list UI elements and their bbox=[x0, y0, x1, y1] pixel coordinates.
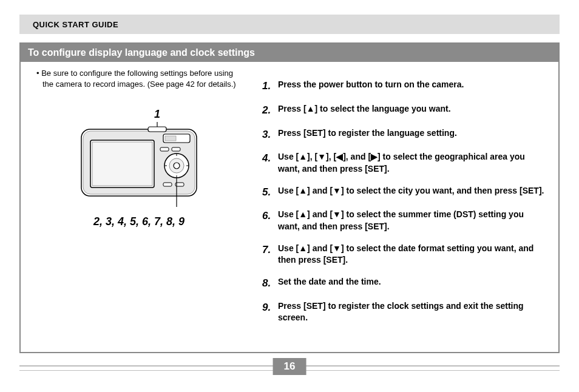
step-item: 1 Press the power button to turn on the … bbox=[262, 79, 547, 93]
footer-divider: 16 bbox=[19, 362, 560, 381]
svg-rect-3 bbox=[148, 127, 166, 132]
step-number: 2 bbox=[262, 103, 278, 118]
content-row: Be sure to configure the following setti… bbox=[21, 62, 558, 352]
svg-rect-16 bbox=[172, 147, 180, 151]
step-item: 9 Press [SET] to register the clock sett… bbox=[262, 300, 547, 324]
step-number: 1 bbox=[262, 79, 278, 93]
step-text: Use [▲] and [▼] to select the summer tim… bbox=[278, 209, 547, 232]
step-item: 7 Use [▲] and [▼] to select the date for… bbox=[262, 243, 547, 266]
step-text: Press the power button to turn on the ca… bbox=[278, 79, 547, 93]
step-text: Use [▲], [▼], [◀], and [▶] to select the… bbox=[278, 151, 547, 175]
step-number: 6 bbox=[262, 209, 278, 232]
step-text: Press [SET] to register the language set… bbox=[278, 127, 547, 142]
step-item: 2 Press [▲] to select the language you w… bbox=[262, 103, 547, 118]
svg-rect-5 bbox=[92, 142, 152, 186]
step-number: 7 bbox=[262, 243, 278, 266]
page-footer: 16 bbox=[19, 362, 560, 381]
section-title: To configure display language and clock … bbox=[21, 44, 558, 62]
step-text: Use [▲] and [▼] to select the city you w… bbox=[278, 185, 547, 200]
right-column: 1 Press the power button to turn on the … bbox=[256, 68, 547, 334]
camera-figure: 1 bbox=[34, 108, 244, 228]
page-number: 16 bbox=[273, 358, 306, 375]
page-header-title: QUICK START GUIDE bbox=[33, 20, 118, 29]
step-item: 8 Set the date and the time. bbox=[262, 276, 547, 291]
step-item: 4 Use [▲], [▼], [◀], and [▶] to select t… bbox=[262, 151, 547, 175]
camera-illustration bbox=[72, 122, 206, 207]
svg-rect-15 bbox=[160, 147, 169, 151]
step-item: 6 Use [▲] and [▼] to select the summer t… bbox=[262, 209, 547, 232]
step-number: 9 bbox=[262, 300, 278, 324]
step-list: 1 Press the power button to turn on the … bbox=[262, 79, 547, 324]
svg-rect-17 bbox=[163, 183, 172, 186]
step-text: Press [SET] to register the clock settin… bbox=[278, 300, 547, 324]
callout-label-top: 1 bbox=[70, 108, 244, 121]
step-text: Set the date and the time. bbox=[278, 276, 547, 291]
callout-label-bottom: 2, 3, 4, 5, 6, 7, 8, 9 bbox=[34, 215, 244, 228]
step-item: 5 Use [▲] and [▼] to select the city you… bbox=[262, 185, 547, 200]
step-text: Use [▲] and [▼] to select the date forma… bbox=[278, 243, 547, 266]
step-number: 8 bbox=[262, 276, 278, 291]
step-number: 4 bbox=[262, 151, 278, 175]
svg-point-10 bbox=[174, 163, 180, 169]
config-note: Be sure to configure the following setti… bbox=[34, 68, 244, 90]
svg-rect-7 bbox=[165, 136, 176, 141]
step-item: 3 Press [SET] to register the language s… bbox=[262, 127, 547, 142]
step-number: 3 bbox=[262, 127, 278, 142]
step-number: 5 bbox=[262, 185, 278, 200]
step-text: Press [▲] to select the language you wan… bbox=[278, 103, 547, 118]
main-content-box: To configure display language and clock … bbox=[19, 42, 560, 353]
page-header: QUICK START GUIDE bbox=[19, 15, 560, 34]
left-column: Be sure to configure the following setti… bbox=[32, 68, 256, 334]
